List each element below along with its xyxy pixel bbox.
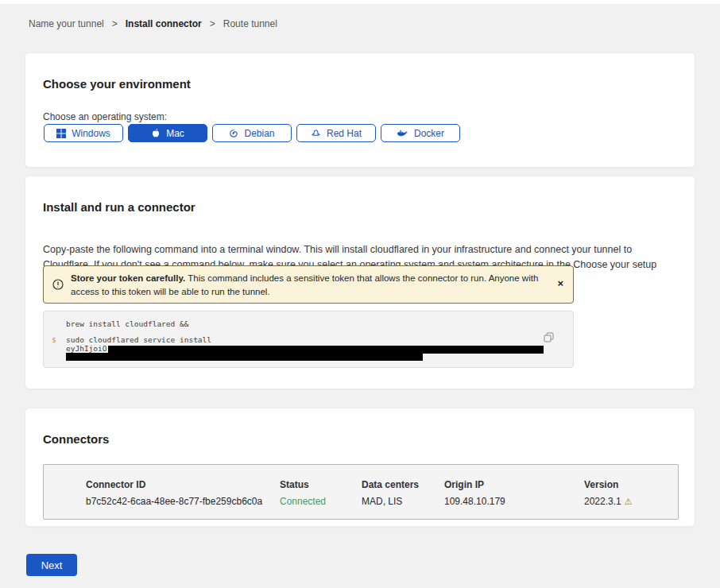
connectors-card: Connectors Connector ID Status Data cent… <box>25 408 695 527</box>
os-button-label: Red Hat <box>327 128 362 139</box>
os-button-label: Mac <box>166 128 184 139</box>
circled-exclamation-icon <box>52 279 64 293</box>
origin-ip-value: 109.48.10.179 <box>444 496 505 507</box>
shell-prompt: $ <box>52 335 56 344</box>
breadcrumb-separator: > <box>112 18 118 29</box>
version-value: 2022.3.1⚠ <box>584 496 633 507</box>
docker-icon <box>397 129 408 138</box>
windows-icon <box>56 129 66 138</box>
connectors-table: Connector ID Status Data centers Origin … <box>43 464 679 520</box>
column-header-origin-ip: Origin IP <box>444 479 484 490</box>
token-warning-text: Store your token carefully. This command… <box>71 272 548 299</box>
os-button-debian[interactable]: Debian <box>212 124 292 142</box>
column-header-status: Status <box>280 479 309 490</box>
version-number: 2022.3.1 <box>584 496 621 507</box>
apple-icon <box>151 128 161 138</box>
breadcrumb-separator: > <box>210 18 215 29</box>
token-warning-title: Store your token carefully. <box>71 273 185 283</box>
column-header-connector-id: Connector ID <box>86 479 145 490</box>
breadcrumb-step-route-tunnel[interactable]: Route tunnel <box>223 18 277 29</box>
install-command-codeblock: brew install cloudflared && $ sudo cloud… <box>43 311 574 368</box>
copy-icon[interactable] <box>544 332 554 345</box>
os-select-label: Choose an operating system: <box>43 111 167 122</box>
debian-icon <box>229 129 238 138</box>
column-header-version: Version <box>584 479 618 490</box>
breadcrumb-step-name-your-tunnel[interactable]: Name your tunnel <box>29 18 104 29</box>
os-button-label: Debian <box>244 128 274 139</box>
data-centers-value: MAD, LIS <box>362 496 402 507</box>
code-line-brew: brew install cloudflared && <box>66 319 188 328</box>
code-line-service-install: sudo cloudflared service install <box>66 335 211 344</box>
breadcrumb: Name your tunnel > Install connector > R… <box>29 18 277 29</box>
install-card-title: Install and run a connector <box>43 200 195 214</box>
top-strip <box>0 0 720 4</box>
connectors-card-title: Connectors <box>43 432 109 446</box>
status-badge: Connected <box>280 496 326 507</box>
token-redaction-bar <box>108 346 544 354</box>
token-prefix: eyJhIjoiO <box>66 344 106 353</box>
os-button-label: Windows <box>72 128 110 139</box>
os-button-label: Docker <box>414 128 444 139</box>
os-button-redhat[interactable]: Red Hat <box>296 124 376 142</box>
environment-card-title: Choose your environment <box>43 77 191 91</box>
os-button-mac[interactable]: Mac <box>128 124 207 142</box>
token-warning-banner: Store your token carefully. This command… <box>43 265 574 304</box>
os-button-docker[interactable]: Docker <box>381 124 460 142</box>
warning-triangle-icon: ⚠ <box>625 497 633 506</box>
os-button-group: Windows Mac Debian <box>44 124 460 142</box>
environment-card: Choose your environment Choose an operat… <box>25 52 695 168</box>
close-icon[interactable]: × <box>557 278 563 288</box>
token-redaction-bar <box>66 353 423 361</box>
connector-id-value: b7c52c42-6caa-48ee-8c77-fbe259cb6c0a <box>86 496 262 507</box>
next-button[interactable]: Next <box>26 554 77 576</box>
redhat-icon <box>311 129 321 138</box>
column-header-data-centers: Data centers <box>362 479 419 490</box>
install-connector-card: Install and run a connector Copy-paste t… <box>25 176 695 389</box>
breadcrumb-step-install-connector[interactable]: Install connector <box>126 18 202 29</box>
code-line-token: eyJhIjoiO <box>66 344 544 354</box>
os-button-windows[interactable]: Windows <box>44 124 123 142</box>
